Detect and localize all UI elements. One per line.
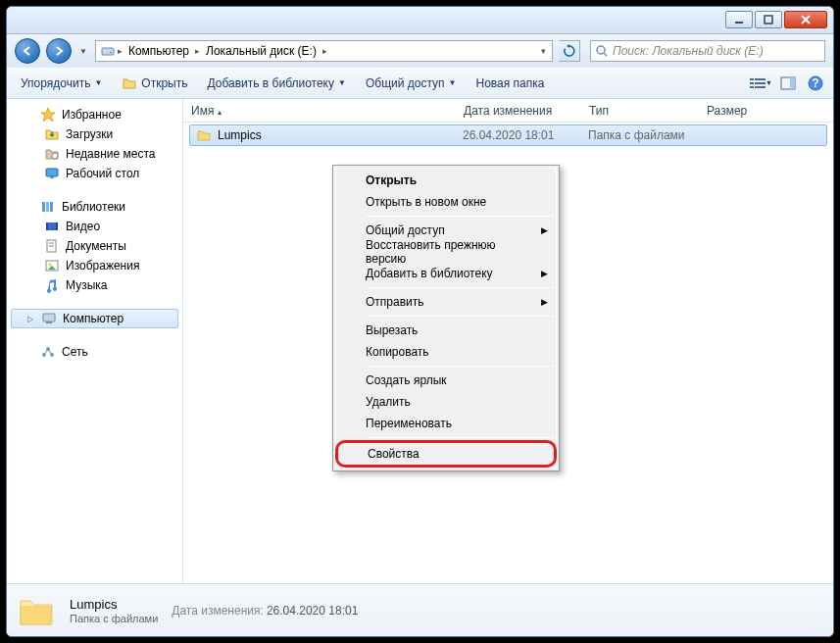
search-input[interactable]: Поиск: Локальный диск (E:) xyxy=(590,40,825,62)
details-name: Lumpics xyxy=(70,597,158,612)
chevron-down-icon[interactable]: ▾ xyxy=(539,46,548,56)
organize-button[interactable]: Упорядочить▼ xyxy=(13,73,110,94)
open-button[interactable]: Открыть xyxy=(114,72,195,95)
svg-rect-18 xyxy=(50,176,54,178)
file-row[interactable]: Lumpics 26.04.2020 18:01 Папка с файлами xyxy=(189,124,827,146)
breadcrumb[interactable]: ▸ Компьютер ▸ Локальный диск (E:) ▸ ▾ xyxy=(95,40,553,62)
menu-add-to-library[interactable]: Добавить в библиотеку▶ xyxy=(336,263,556,284)
column-size[interactable]: Размер xyxy=(699,104,777,118)
chevron-right-icon[interactable]: ▸ xyxy=(116,46,124,56)
navbar: ▼ ▸ Компьютер ▸ Локальный диск (E:) ▸ ▾ … xyxy=(7,34,833,68)
menu-open-new-window[interactable]: Открыть в новом окне xyxy=(336,191,556,213)
column-headers: Имя▴ Дата изменения Тип Размер xyxy=(183,99,833,123)
sidebar-network[interactable]: Сеть xyxy=(7,342,182,362)
svg-rect-17 xyxy=(46,169,58,176)
video-icon xyxy=(44,219,60,234)
menu-rename[interactable]: Переименовать xyxy=(336,413,556,434)
folder-icon xyxy=(17,591,56,630)
context-menu: Открыть Открыть в новом окне Общий досту… xyxy=(332,165,560,471)
details-date: Дата изменения: 26.04.2020 18:01 xyxy=(172,604,358,618)
svg-rect-11 xyxy=(755,86,766,88)
menu-properties[interactable]: Свойства xyxy=(335,440,557,468)
maximize-button[interactable] xyxy=(755,11,782,28)
menu-cut[interactable]: Вырезать xyxy=(336,320,556,341)
svg-rect-31 xyxy=(46,322,52,323)
libraries-icon xyxy=(40,199,56,215)
chevron-right-icon[interactable]: ▸ xyxy=(321,46,329,56)
forward-button[interactable] xyxy=(46,38,72,64)
add-to-library-button[interactable]: Добавить в библиотеку▼ xyxy=(199,73,353,94)
svg-point-4 xyxy=(597,46,605,54)
nav-history-dropdown[interactable]: ▼ xyxy=(77,47,89,56)
column-type[interactable]: Тип xyxy=(581,104,699,118)
search-placeholder: Поиск: Локальный диск (E:) xyxy=(613,44,764,58)
folder-open-icon xyxy=(122,75,137,91)
menu-delete[interactable]: Удалить xyxy=(336,391,556,413)
breadcrumb-computer[interactable]: Компьютер xyxy=(124,44,193,58)
sidebar-computer[interactable]: ▷Компьютер xyxy=(11,309,178,328)
menu-create-shortcut[interactable]: Создать ярлык xyxy=(336,370,556,391)
toolbar: Упорядочить▼ Открыть Добавить в библиоте… xyxy=(7,68,833,99)
menu-separator xyxy=(366,216,554,217)
svg-rect-19 xyxy=(42,202,45,212)
sidebar-favorites[interactable]: Избранное xyxy=(7,105,182,124)
minimize-button[interactable] xyxy=(725,11,753,28)
svg-rect-9 xyxy=(755,82,766,84)
sidebar-desktop[interactable]: Рабочий стол xyxy=(7,164,182,183)
svg-rect-8 xyxy=(750,82,754,84)
new-folder-button[interactable]: Новая папка xyxy=(468,73,552,94)
disk-icon xyxy=(100,43,116,59)
sidebar-video[interactable]: Видео xyxy=(7,217,182,236)
music-icon xyxy=(44,277,60,293)
svg-point-29 xyxy=(49,264,52,267)
documents-icon xyxy=(44,238,60,254)
menu-restore-version[interactable]: Восстановить прежнюю версию xyxy=(336,241,556,263)
menu-separator xyxy=(366,287,554,288)
sidebar-recent[interactable]: Недавние места xyxy=(7,144,182,164)
column-date[interactable]: Дата изменения xyxy=(456,104,581,118)
images-icon xyxy=(44,258,60,273)
refresh-button[interactable] xyxy=(559,40,580,62)
explorer-window: ▼ ▸ Компьютер ▸ Локальный диск (E:) ▸ ▾ … xyxy=(0,0,840,643)
sidebar-documents[interactable]: Документы xyxy=(7,236,182,256)
svg-rect-30 xyxy=(43,314,55,322)
svg-rect-2 xyxy=(102,48,114,55)
svg-rect-6 xyxy=(750,78,754,80)
menu-send-to[interactable]: Отправить▶ xyxy=(336,291,556,313)
close-button[interactable] xyxy=(784,11,827,28)
svg-rect-20 xyxy=(46,202,49,212)
share-button[interactable]: Общий доступ▼ xyxy=(358,73,465,94)
sidebar-libraries[interactable]: Библиотеки xyxy=(7,197,182,217)
svg-rect-23 xyxy=(46,223,48,230)
computer-icon xyxy=(41,311,57,326)
svg-text:?: ? xyxy=(812,76,818,90)
chevron-right-icon[interactable]: ▸ xyxy=(193,46,202,56)
sidebar-music[interactable]: Музыка xyxy=(7,275,182,295)
view-options-button[interactable]: ▼ xyxy=(749,72,772,95)
svg-rect-7 xyxy=(755,78,766,80)
sidebar-images[interactable]: Изображения xyxy=(7,256,182,275)
file-type: Папка с файлами xyxy=(582,128,719,142)
sort-asc-icon: ▴ xyxy=(218,108,222,117)
svg-rect-10 xyxy=(750,86,754,88)
help-button[interactable]: ? xyxy=(804,72,827,95)
preview-pane-button[interactable] xyxy=(776,72,800,95)
chevron-right-icon: ▶ xyxy=(541,225,548,235)
sidebar-downloads[interactable]: Загрузки xyxy=(7,124,182,144)
menu-open[interactable]: Открыть xyxy=(336,170,556,191)
svg-rect-0 xyxy=(735,22,743,24)
folder-icon xyxy=(196,127,212,143)
svg-rect-13 xyxy=(790,77,795,89)
back-button[interactable] xyxy=(15,38,40,64)
details-pane: Lumpics Папка с файлами Дата изменения: … xyxy=(7,583,833,636)
menu-separator xyxy=(366,316,554,317)
breadcrumb-disk[interactable]: Локальный диск (E:) xyxy=(202,44,321,58)
chevron-right-icon: ▶ xyxy=(541,297,548,307)
search-icon xyxy=(595,44,609,58)
downloads-icon xyxy=(44,126,60,142)
column-name[interactable]: Имя▴ xyxy=(183,104,456,118)
svg-rect-1 xyxy=(765,16,772,24)
details-type: Папка с файлами xyxy=(70,613,158,624)
network-icon xyxy=(40,344,56,360)
menu-copy[interactable]: Копировать xyxy=(336,341,556,363)
